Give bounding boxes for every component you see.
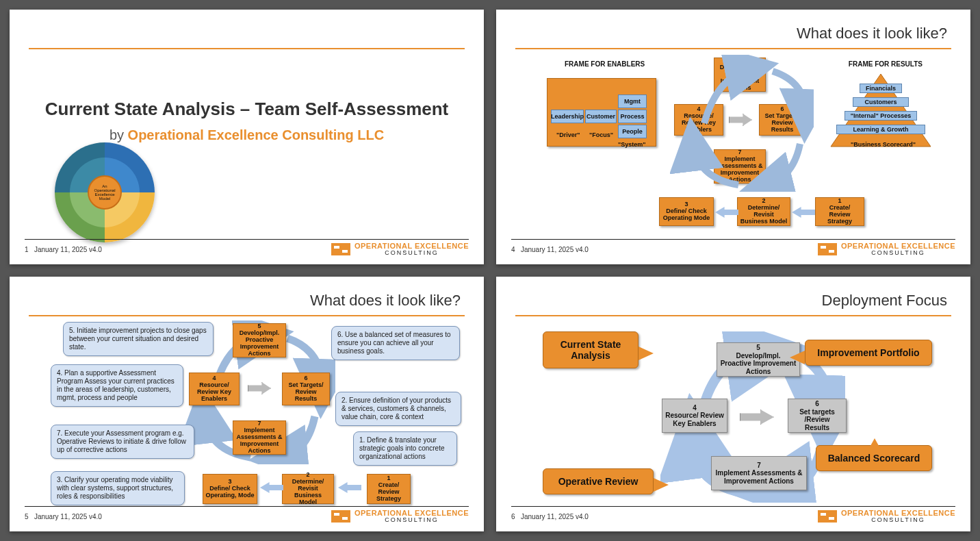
tail-icon: [639, 347, 654, 360]
slide-4: What does it look like? FRAME FOR ENABLE…: [496, 10, 970, 264]
brand-mark-icon: [818, 510, 837, 523]
box-1: 1Create/ Review Strategy: [815, 197, 864, 226]
slide-1: Current State Analysis – Team Self-Asses…: [10, 10, 484, 264]
brand-sub: CONSULTING: [841, 250, 955, 256]
callout-csa: Current State Analysis: [543, 331, 639, 368]
brand-mark-icon: [331, 243, 350, 255]
slide-5: What does it look like? 5Develop/Impl. P…: [10, 277, 484, 531]
footer-date: January 11, 2025 v4.0: [521, 513, 589, 520]
footer-date: January 11, 2025 v4.0: [34, 246, 102, 253]
box-3: 3Define/ Check Operating Mode: [659, 197, 714, 226]
label-driver: "Driver": [556, 131, 580, 138]
cell-process: Process: [618, 110, 647, 123]
brand-sub: CONSULTING: [354, 517, 469, 523]
divider: [29, 315, 465, 316]
arrow-2-3-icon: [715, 207, 738, 218]
label-focus: "Focus": [589, 131, 613, 138]
pyr-financials: Financials: [860, 84, 902, 93]
callout-6: 6. Use a balanced set of measures to ens…: [331, 326, 460, 360]
callout-5: 5. Initiate improvement projects to clos…: [63, 322, 214, 356]
cell-mgmt: Mgmt: [618, 95, 647, 108]
footer-meta: 5 January 11, 2025 v4.0: [25, 513, 102, 520]
slide4-title: What does it look like?: [797, 25, 947, 42]
box-1: 1Create/ Review Strategy: [367, 474, 411, 504]
box-6: 6Set Targets/ Review Results: [282, 373, 330, 405]
footer-meta: 6 January 11, 2025 v4.0: [511, 513, 589, 520]
box-7: 7Implement Assessments & Improvement Act…: [233, 420, 286, 455]
divider: [29, 48, 465, 49]
callout-1: 1. Define & translate your strategic goa…: [353, 431, 457, 466]
slide1-title: Current State Analysis – Team Self-Asses…: [10, 99, 484, 120]
box-3: 3Define/ Check Operating, Mode: [203, 474, 257, 504]
page-number: 1: [25, 246, 29, 253]
cell-customer: Customer: [585, 110, 617, 123]
box-4: 4Resource/ Review Key Enablers: [662, 399, 727, 433]
slide-footer: 5 January 11, 2025 v4.0 OPERATIONAL EXCE…: [25, 506, 469, 523]
box-5: 5Develop/Impl. Proactive Improvement Act…: [233, 323, 286, 357]
callout-ip: Improvement Portfolio: [805, 340, 932, 366]
frame-enablers-header: FRAME FOR ENABLERS: [565, 60, 645, 68]
slide-footer: 1 January 11, 2025 v4.0 OPERATIONAL EXCE…: [25, 239, 469, 256]
brand-logo: OPERATIONAL EXCELLENCE CONSULTING: [818, 242, 955, 256]
box-2: 2Determine/ Revisit Business Model: [282, 474, 334, 504]
slide-grid: Current State Analysis – Team Self-Asses…: [0, 0, 980, 541]
callout-or: Operative Review: [543, 468, 654, 494]
box-4: 4Resource/ Review Key Enablers: [189, 373, 240, 405]
cell-leadership: Leadership: [551, 110, 584, 123]
box-5: 5Develop/Impl. Proactive Improvement Act…: [717, 342, 800, 377]
tail-icon: [790, 351, 805, 364]
footer-meta: 4 January 11, 2025 v4.0: [511, 246, 589, 253]
tail-icon: [868, 438, 881, 451]
callout-7: 7. Execute your Assessment program e.g. …: [51, 425, 194, 459]
slide-6: Deployment Focus 5Develop/Impl. Proactiv…: [496, 277, 970, 531]
slide1-subtitle: by Operational Excellence Consulting LLC: [10, 127, 484, 143]
slide5-title: What does it look like?: [310, 292, 461, 310]
divider: [515, 315, 951, 316]
cell-people: People: [618, 125, 647, 138]
pyr-learning: Learning & Growth: [836, 125, 925, 134]
label-system: "System": [618, 141, 646, 148]
brand-sub: CONSULTING: [841, 517, 955, 523]
pyramid-caption: "Business Scorecard": [851, 141, 916, 148]
brand-logo: OPERATIONAL EXCELLENCE CONSULTING: [331, 509, 469, 523]
brand-mark-icon: [331, 510, 350, 523]
cycle-arrows-icon: [670, 55, 814, 192]
pyr-customers: Customers: [853, 97, 909, 107]
callout-3: 3. Clarify your operating mode viability…: [51, 471, 185, 505]
footer-meta: 1 January 11, 2025 v4.0: [25, 246, 102, 253]
brand-logo: OPERATIONAL EXCELLENCE CONSULTING: [818, 509, 955, 523]
page-number: 6: [511, 513, 515, 520]
slide6-title: Deployment Focus: [822, 292, 947, 310]
brand-sub: CONSULTING: [354, 250, 469, 256]
callout-2: 2. Ensure definition of your products & …: [335, 392, 461, 426]
box-2: 2Determine/ Revisit Business Model: [737, 197, 790, 226]
slide-footer: 4 January 11, 2025 v4.0 OPERATIONAL EXCE…: [511, 239, 955, 256]
frame-results-header: FRAME FOR RESULTS: [849, 60, 923, 68]
page-number: 5: [25, 513, 29, 520]
arrow-1-2-icon: [338, 482, 361, 493]
divider: [515, 48, 951, 49]
footer-date: January 11, 2025 v4.0: [34, 513, 102, 520]
tail-icon: [654, 478, 669, 492]
box-7: 7Implement Assessments & Improvement Act…: [711, 456, 807, 490]
brand-mark-icon: [818, 243, 837, 255]
box-6: 6Set targets /Review Results: [788, 399, 847, 433]
arrow-1-2-icon: [792, 207, 815, 218]
footer-date: January 11, 2025 v4.0: [521, 246, 589, 253]
by-prefix: by: [109, 127, 128, 142]
wheel-center-label: An Operational Excellence Model: [55, 142, 155, 242]
page-number: 4: [511, 246, 515, 253]
callout-4: 4. Plan a supportive Assessment Program …: [51, 364, 183, 407]
company-name: Operational Excellence Consulting LLC: [128, 127, 385, 142]
brand-logo: OPERATIONAL EXCELLENCE CONSULTING: [331, 242, 469, 256]
pyr-internal: "Internal" Processes: [844, 111, 917, 121]
excellence-wheel-icon: An Operational Excellence Model: [55, 142, 155, 242]
arrow-2-3-icon: [260, 482, 283, 493]
slide-footer: 6 January 11, 2025 v4.0 OPERATIONAL EXCE…: [511, 506, 955, 523]
